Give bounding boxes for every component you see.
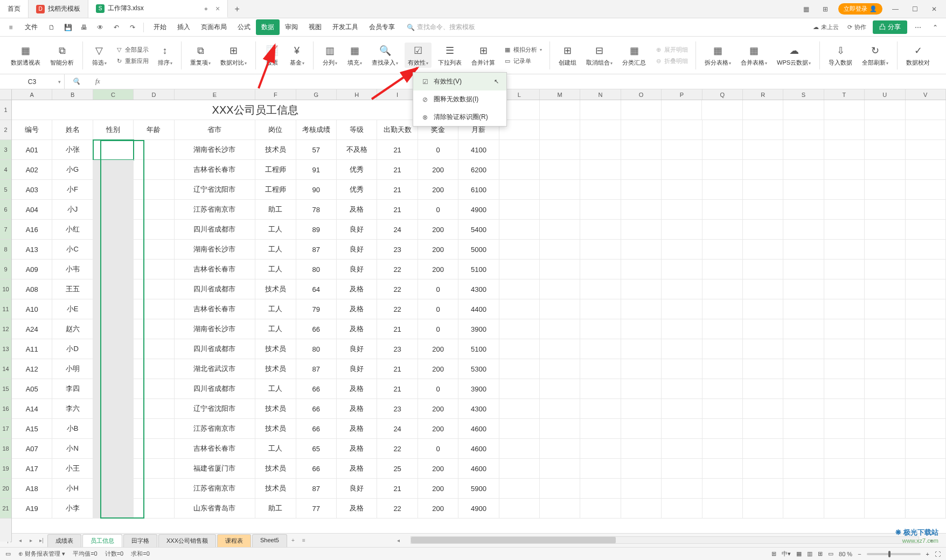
- menu-tab-0[interactable]: 开始: [148, 19, 172, 35]
- col-header-F[interactable]: F: [255, 89, 296, 100]
- cell[interactable]: [621, 200, 662, 220]
- cell[interactable]: 及格: [337, 200, 377, 220]
- cell[interactable]: 21: [377, 319, 418, 339]
- cell[interactable]: 25: [377, 459, 418, 479]
- cell[interactable]: [540, 140, 580, 160]
- cell[interactable]: [906, 339, 946, 359]
- cell[interactable]: 四川省成都市: [175, 279, 256, 299]
- cell[interactable]: [743, 419, 783, 439]
- cell[interactable]: 66: [296, 379, 337, 399]
- cell[interactable]: [499, 379, 540, 399]
- cell[interactable]: [783, 459, 824, 479]
- sheet-add-button[interactable]: +: [288, 536, 298, 545]
- cell[interactable]: [662, 439, 702, 459]
- cell[interactable]: [540, 240, 580, 260]
- cell[interactable]: 年龄: [134, 120, 174, 140]
- login-button[interactable]: 立即登录 👤: [838, 3, 882, 15]
- cell[interactable]: 4100: [458, 140, 499, 160]
- cell[interactable]: [743, 220, 783, 240]
- cell[interactable]: 4300: [458, 279, 499, 299]
- cell[interactable]: [580, 140, 621, 160]
- row-header-11[interactable]: 11: [0, 299, 11, 319]
- horizontal-scrollbar[interactable]: ◂ ▸: [393, 533, 936, 547]
- cell[interactable]: [824, 299, 865, 319]
- zoom-in-button[interactable]: +: [926, 551, 929, 557]
- cell[interactable]: [743, 319, 783, 339]
- refresh-all-button[interactable]: ↻全部刷新▾: [859, 43, 892, 68]
- cell[interactable]: [783, 359, 824, 379]
- cell[interactable]: 200: [418, 419, 458, 439]
- cell[interactable]: [824, 260, 865, 279]
- cell[interactable]: [662, 200, 702, 220]
- cell[interactable]: [621, 459, 662, 479]
- menu-tab-8[interactable]: 会员专享: [364, 19, 400, 35]
- cell[interactable]: 4600: [458, 419, 499, 439]
- cell[interactable]: 性别: [93, 120, 134, 140]
- cell[interactable]: 21: [377, 180, 418, 200]
- cell[interactable]: [824, 319, 865, 339]
- row-header-1[interactable]: 1: [0, 100, 11, 120]
- cell[interactable]: 200: [418, 399, 458, 419]
- cell[interactable]: [702, 359, 743, 379]
- cell[interactable]: [702, 120, 743, 140]
- col-header-A[interactable]: A: [12, 89, 52, 100]
- cell[interactable]: [702, 499, 743, 519]
- whatif-button[interactable]: ▦模拟分析▾: [502, 45, 544, 55]
- cell[interactable]: [662, 120, 702, 140]
- cell[interactable]: [499, 180, 540, 200]
- zoom-slider[interactable]: [867, 553, 921, 555]
- cell[interactable]: 湖南省长沙市: [175, 140, 256, 160]
- cell[interactable]: 66: [296, 399, 337, 419]
- cell[interactable]: 考核成绩: [296, 120, 337, 140]
- col-header-R[interactable]: R: [743, 89, 783, 100]
- cell[interactable]: 小G: [52, 160, 93, 180]
- col-header-N[interactable]: N: [580, 89, 621, 100]
- cell[interactable]: [540, 359, 580, 379]
- cell[interactable]: A17: [12, 459, 52, 479]
- menu-tab-1[interactable]: 插入: [172, 19, 196, 35]
- cell[interactable]: [621, 220, 662, 240]
- row-header-19[interactable]: 19: [0, 459, 11, 479]
- cell[interactable]: [865, 279, 905, 299]
- cell[interactable]: [580, 100, 621, 120]
- cell[interactable]: [540, 399, 580, 419]
- cell[interactable]: [743, 160, 783, 180]
- import-button[interactable]: ⇩导入数据: [825, 43, 855, 68]
- menu-tab-2[interactable]: 页面布局: [196, 19, 232, 35]
- cell[interactable]: [783, 319, 824, 339]
- cell[interactable]: 工人: [255, 319, 296, 339]
- row-headers[interactable]: 123456789101112131415161718192021: [0, 100, 12, 542]
- cell[interactable]: 200: [418, 499, 458, 519]
- cell[interactable]: 57: [296, 140, 337, 160]
- cell[interactable]: [743, 399, 783, 419]
- cell[interactable]: [499, 140, 540, 160]
- cell[interactable]: [865, 200, 905, 220]
- cell[interactable]: [783, 200, 824, 220]
- reapply-button[interactable]: ↻重新应用: [113, 56, 151, 66]
- cell[interactable]: [621, 319, 662, 339]
- cell[interactable]: [621, 260, 662, 279]
- col-header-P[interactable]: P: [662, 89, 702, 100]
- sort-button[interactable]: ↕排序▾: [154, 43, 176, 68]
- cell[interactable]: 200: [418, 359, 458, 379]
- cell[interactable]: 吉林省长春市: [175, 299, 256, 319]
- cell[interactable]: [662, 479, 702, 499]
- cell[interactable]: [580, 339, 621, 359]
- cell[interactable]: 技术员: [255, 419, 296, 439]
- save-icon[interactable]: 💾: [61, 21, 74, 34]
- cell[interactable]: 80: [296, 339, 337, 359]
- cell[interactable]: [865, 439, 905, 459]
- cell[interactable]: 23: [377, 339, 418, 359]
- sheet-tab-2[interactable]: 田字格: [123, 534, 157, 547]
- cell[interactable]: [134, 499, 174, 519]
- cell[interactable]: [743, 140, 783, 160]
- cell[interactable]: A15: [12, 419, 52, 439]
- cell[interactable]: [906, 499, 946, 519]
- subtotal-button[interactable]: ▦分类汇总: [619, 43, 649, 68]
- lookup-button[interactable]: 🔍查找录入▾: [368, 43, 401, 68]
- cell[interactable]: 及格: [337, 459, 377, 479]
- cell[interactable]: [702, 399, 743, 419]
- cell[interactable]: 6100: [458, 180, 499, 200]
- cell[interactable]: 64: [296, 279, 337, 299]
- cell[interactable]: A24: [12, 319, 52, 339]
